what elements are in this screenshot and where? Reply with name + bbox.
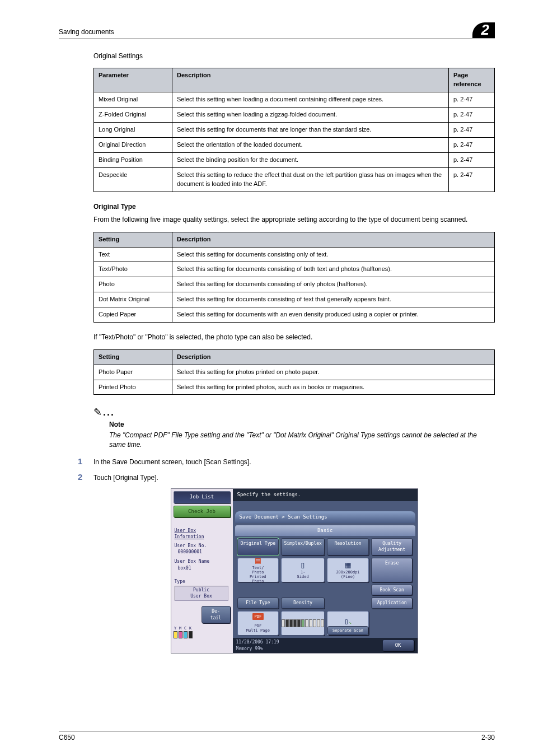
erase-button[interactable]: Erase: [371, 558, 413, 582]
screen-headline: Specify the settings.: [233, 489, 418, 501]
table-row: Long OriginalSelect this setting for doc…: [94, 123, 495, 138]
table-row: Original DirectionSelect the orientation…: [94, 138, 495, 153]
user-box-name-label: User Box Name: [175, 558, 229, 565]
pdf-badge-icon: PDF: [252, 613, 264, 620]
file-type-tile[interactable]: PDF PDF Multi Page: [237, 611, 279, 636]
note-dots-icon: ...: [103, 407, 115, 418]
table-row: Copied PaperSelect this setting for docu…: [94, 307, 495, 323]
cell: Select this setting for printed photos, …: [172, 380, 495, 395]
cell: Printed Photo: [94, 380, 172, 395]
cell: p. 2-47: [449, 153, 495, 168]
cell: p. 2-47: [449, 92, 495, 108]
toner-y-bar: [174, 631, 177, 638]
user-box-no-label: User Box No.: [175, 543, 229, 549]
cell: Dot Matrix Original: [94, 292, 172, 307]
table-row: Printed PhotoSelect this setting for pri…: [94, 380, 495, 395]
cell: p. 2-47: [449, 138, 495, 153]
tile-label: 1- Sided: [297, 571, 309, 579]
paragraph: From the following five image quality se…: [93, 215, 495, 225]
page-icon: ▯: [300, 561, 306, 570]
tile-label: PDF Multi Page: [246, 624, 270, 633]
note-title: Note: [109, 420, 495, 430]
original-type-button[interactable]: Original Type: [237, 538, 279, 556]
table-row: Text/PhotoSelect this setting for docume…: [94, 262, 495, 277]
job-list-tab[interactable]: Job List: [174, 491, 231, 503]
cell: p. 2-47: [449, 123, 495, 138]
original-type-table: Setting Description TextSelect this sett…: [93, 232, 495, 323]
screenshot-scan-settings: Job List Check Job User Box Information …: [171, 488, 418, 654]
resolution-tile[interactable]: ▦ 200x200dpi (Fine): [327, 558, 369, 582]
file-type-button[interactable]: File Type: [237, 598, 279, 609]
note-icon: ✎: [93, 405, 102, 419]
paragraph: If "Text/Photo" or "Photo" is selected, …: [93, 333, 495, 342]
cell: Select this setting when loading a zigza…: [172, 108, 449, 123]
original-settings-table: Parameter Description Page reference Mix…: [93, 68, 495, 192]
toner-k-label: K: [189, 626, 191, 631]
step-number: 1: [78, 457, 93, 465]
table-row: DespeckleSelect this setting to reduce t…: [94, 167, 495, 192]
section-title-original-type: Original Type: [93, 202, 495, 212]
user-box-name-value: box01: [178, 565, 229, 572]
user-box-no-value: 000000001: [178, 549, 229, 556]
ok-button[interactable]: OK: [382, 640, 414, 651]
cell: Select this setting for photos printed o…: [172, 365, 495, 380]
toner-m-bar: [179, 631, 182, 638]
step-number: 2: [78, 473, 93, 481]
separate-scan-tile[interactable]: ▯↘ Separate Scan: [327, 611, 369, 636]
table-row: Z-Folded OriginalSelect this setting whe…: [94, 108, 495, 123]
application-button[interactable]: Application: [371, 598, 413, 609]
photo-icon: ▤: [255, 556, 261, 565]
table-header: Description: [172, 68, 449, 92]
tile-label: 200x200dpi (Fine): [336, 571, 359, 579]
density-tile[interactable]: [281, 611, 325, 636]
simplex-tile[interactable]: ▯ 1- Sided: [281, 558, 325, 582]
photo-type-table: Setting Description Photo PaperSelect th…: [93, 349, 495, 395]
cell: Z-Folded Original: [94, 108, 172, 123]
toner-m-label: M: [179, 626, 181, 631]
step-text: In the Save Document screen, touch [Scan…: [93, 457, 251, 467]
toner-y-label: Y: [174, 626, 176, 631]
cell: Photo Paper: [94, 365, 172, 380]
simplex-duplex-button[interactable]: Simplex/Duplex: [281, 538, 325, 556]
breadcrumb: Save Document > Scan Settings: [235, 511, 415, 523]
original-type-tile[interactable]: ▤ Text/ Photo Printed Photo: [237, 558, 279, 582]
detail-button[interactable]: De- tail: [202, 606, 231, 623]
page-split-icon: ▯↘: [344, 617, 352, 625]
toner-levels: Y M C K: [171, 624, 233, 640]
memory-label: Memory 99%: [236, 646, 279, 652]
cell: p. 2-47: [449, 167, 495, 192]
table-row: Photo PaperSelect this setting for photo…: [94, 365, 495, 380]
tile-label: Text/ Photo Printed Photo: [250, 566, 266, 584]
running-head-section: Saving documents: [59, 28, 114, 38]
table-row: Mixed OriginalSelect this setting when l…: [94, 92, 495, 108]
cell: Select the binding position for the docu…: [172, 153, 449, 168]
check-job-button[interactable]: Check Job: [174, 506, 231, 517]
density-button[interactable]: Density: [281, 598, 325, 609]
note-body: The "Compact PDF" File Type setting and …: [109, 431, 495, 450]
datetime-label: 11/20/2006 17:19: [236, 639, 279, 646]
type-value: Public User Box: [175, 586, 228, 601]
cell: Select this setting for documents consis…: [172, 247, 495, 262]
cell: Select this setting for documents that a…: [172, 123, 449, 138]
cell: p. 2-47: [449, 108, 495, 123]
tab-basic[interactable]: Basic: [235, 525, 415, 536]
toner-c-bar: [184, 631, 188, 638]
table-row: TextSelect this setting for documents co…: [94, 247, 495, 262]
density-scale-icon: [282, 617, 324, 629]
book-scan-button[interactable]: Book Scan: [371, 585, 413, 596]
table-header: Description: [172, 349, 495, 365]
cell: Text/Photo: [94, 262, 172, 277]
quality-adjustment-button[interactable]: Quality Adjustment: [371, 538, 413, 556]
cell: Select this setting for documents with a…: [172, 307, 495, 323]
cell: Binding Position: [94, 153, 172, 168]
cell: Long Original: [94, 123, 172, 138]
separate-scan-label: Separate Scan: [327, 626, 368, 635]
resolution-button[interactable]: Resolution: [327, 538, 369, 556]
cell: Select this setting for documents consis…: [172, 262, 495, 277]
cell: Select this setting for documents consis…: [172, 292, 495, 307]
toner-k-bar: [189, 631, 193, 638]
table-row: Dot Matrix OriginalSelect this setting f…: [94, 292, 495, 307]
chapter-number-badge: 2: [472, 22, 495, 38]
note-block: ✎... Note The "Compact PDF" File Type se…: [93, 405, 495, 450]
grid-icon: ▦: [345, 561, 351, 570]
